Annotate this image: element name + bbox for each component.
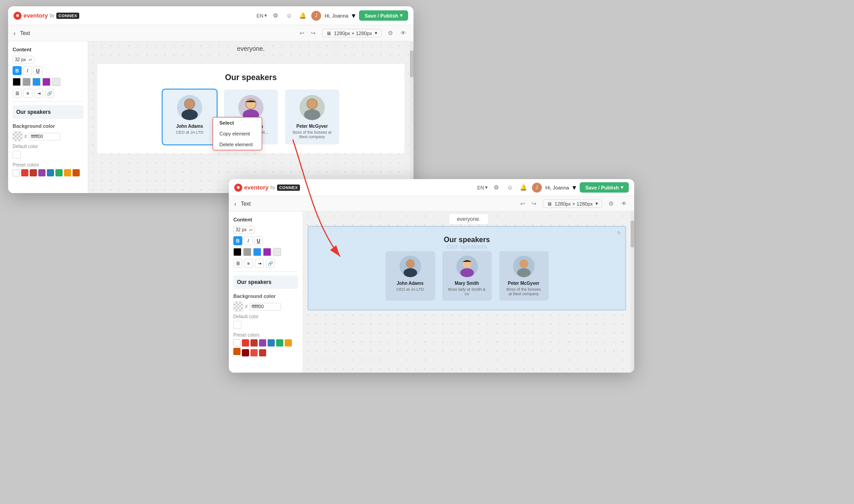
align-left-btn[interactable]: ≡: [23, 89, 32, 98]
bottom-preset-orange[interactable]: [285, 339, 292, 346]
color-swatch-blue[interactable]: [32, 78, 41, 86]
alert-icon[interactable]: 🔔: [298, 11, 308, 21]
speaker-card-peter[interactable]: Peter McGyver Boss of the bosses at Best…: [285, 90, 339, 144]
bottom-speaker-card-john[interactable]: John Adams CEO at JA LTD: [386, 251, 435, 301]
search-icon[interactable]: ☺: [284, 11, 294, 21]
refresh-icon[interactable]: ↻: [617, 230, 621, 235]
bottom-back-button[interactable]: ‹: [234, 200, 236, 207]
preset-color-blue[interactable]: [47, 169, 54, 176]
avatar[interactable]: J: [311, 11, 321, 21]
bottom-font-size-input[interactable]: 32 px ▴▾: [233, 226, 255, 234]
bottom-redo-button[interactable]: ↪: [530, 199, 538, 208]
bg-color-label: Background color: [13, 123, 83, 129]
bottom-speaker-name-peter: Peter McGyver: [508, 281, 539, 286]
italic-button[interactable]: I: [23, 66, 32, 75]
section-title: Our speakers: [106, 73, 395, 82]
bottom-underline-button[interactable]: U: [254, 236, 263, 245]
bottom-color-light[interactable]: [273, 248, 281, 256]
bottom-italic-button[interactable]: I: [244, 236, 253, 245]
context-menu-copy[interactable]: Copy element: [213, 128, 262, 139]
settings-icon[interactable]: ⚙: [271, 11, 281, 21]
save-publish-button[interactable]: Save / Publish ▾: [359, 10, 408, 21]
bottom-preset-darkorange[interactable]: [233, 348, 241, 355]
underline-button[interactable]: U: [33, 66, 42, 75]
bg-color-swatch[interactable]: [13, 131, 23, 141]
bottom-speaker-card-peter[interactable]: Peter McGyver Boss of the bosses at Best…: [499, 251, 549, 301]
bottom-search-icon[interactable]: ☺: [505, 183, 515, 193]
default-color-swatch[interactable]: [13, 151, 21, 159]
bottom-color-blue[interactable]: [253, 248, 261, 256]
bottom-monitor-icon: 🖥: [547, 201, 552, 207]
preset-color-white[interactable]: [13, 169, 20, 176]
color-swatch-purple[interactable]: [42, 78, 50, 86]
bottom-speakers-section[interactable]: ↻ Our speakers Our speakers: [308, 226, 626, 310]
bottom-speaker-card-mary[interactable]: Mary Smith Boss lady at Smith & co: [442, 251, 492, 301]
view-icon[interactable]: 👁: [399, 29, 408, 37]
bottom-link[interactable]: 🔗: [266, 259, 275, 268]
bottom-sliders-icon[interactable]: ⚙: [607, 199, 616, 208]
bottom-preset-darkred[interactable]: [250, 339, 258, 346]
speaker-card-john[interactable]: John Adams CEO at JA LTD: [163, 90, 217, 144]
bottom-preset-purple[interactable]: [259, 339, 266, 346]
undo-redo-group: ↩ ↪: [298, 29, 318, 37]
bottom-undo-button[interactable]: ↩: [518, 199, 527, 208]
color-swatch-black[interactable]: [13, 78, 21, 86]
bottom-avatar[interactable]: J: [532, 183, 542, 193]
bottom-preset-blue[interactable]: [268, 339, 275, 346]
bottom-bold-button[interactable]: B: [233, 236, 242, 245]
bottom-preset-green[interactable]: [276, 339, 283, 346]
color-swatch-light[interactable]: [52, 78, 60, 86]
undo-button[interactable]: ↩: [298, 29, 306, 37]
context-menu-delete[interactable]: Delete element: [213, 139, 262, 150]
bg-color-value[interactable]: ffffff00: [29, 133, 60, 140]
bottom-align-left[interactable]: ≡: [244, 259, 253, 268]
bottom-preset-maroon[interactable]: [242, 349, 249, 356]
redo-button[interactable]: ↪: [309, 29, 318, 37]
sliders-icon[interactable]: ⚙: [386, 29, 395, 37]
bottom-canvas-scrollbar[interactable]: [631, 212, 634, 373]
preset-color-green[interactable]: [55, 169, 63, 176]
bottom-by-text: by: [270, 185, 275, 190]
link-btn[interactable]: 🔗: [45, 89, 54, 98]
bottom-preset-red[interactable]: [242, 339, 249, 346]
bottom-canvas-scrollbar-thumb[interactable]: [631, 220, 634, 248]
bottom-language-selector[interactable]: EN ▾: [477, 184, 488, 190]
bottom-content-label: Content: [233, 217, 298, 222]
monitor-icon: 🖥: [326, 31, 331, 36]
bottom-view-icon[interactable]: 👁: [619, 199, 629, 208]
language-selector[interactable]: EN ▾: [257, 13, 267, 18]
context-menu-select[interactable]: Select: [213, 117, 262, 128]
indent-btn[interactable]: ⇥: [34, 89, 43, 98]
bottom-preset-white[interactable]: [233, 339, 241, 346]
bottom-default-color-swatch[interactable]: [233, 321, 241, 329]
bottom-settings-icon[interactable]: ⚙: [491, 183, 501, 193]
bottom-preset-r3[interactable]: [259, 349, 266, 356]
bottom-canvas-size-selector[interactable]: 🖥 1280px × 1280px ▾: [543, 199, 602, 208]
canvas-scrollbar[interactable]: [410, 41, 413, 193]
bottom-speakers-preview: Our speakers: [233, 275, 298, 289]
bottom-indent[interactable]: ⇥: [255, 259, 264, 268]
back-button[interactable]: ‹: [14, 30, 16, 37]
font-size-input[interactable]: 32 px ▴▾: [13, 56, 34, 63]
preset-color-darkorange[interactable]: [73, 169, 80, 176]
bottom-line-spacing[interactable]: ☰: [233, 259, 242, 268]
content-label: Content: [13, 47, 83, 52]
bottom-save-publish-button[interactable]: Save / Publish ▾: [580, 182, 629, 193]
bottom-color-black[interactable]: [233, 248, 241, 256]
bottom-alert-icon[interactable]: 🔔: [518, 183, 528, 193]
bottom-color-purple[interactable]: [263, 248, 271, 256]
bottom-color-gray[interactable]: [243, 248, 251, 256]
preset-color-darkred[interactable]: [30, 169, 37, 176]
canvas-scrollbar-thumb[interactable]: [410, 50, 413, 77]
bottom-speaker-role-peter: Boss of the bosses at Best company: [504, 287, 543, 296]
bottom-bg-color-swatch[interactable]: [233, 302, 243, 311]
line-spacing-btn[interactable]: ☰: [13, 89, 22, 98]
preset-color-orange[interactable]: [64, 169, 71, 176]
preset-color-purple[interactable]: [38, 169, 45, 176]
preset-color-red[interactable]: [21, 169, 28, 176]
bold-button[interactable]: B: [13, 66, 22, 75]
bottom-bg-color-value[interactable]: ffffff00: [250, 303, 281, 310]
bottom-preset-crimson[interactable]: [250, 349, 258, 356]
canvas-size-selector[interactable]: 🖥 1280px × 1280px ▾: [322, 29, 382, 37]
color-swatch-gray[interactable]: [23, 78, 31, 86]
